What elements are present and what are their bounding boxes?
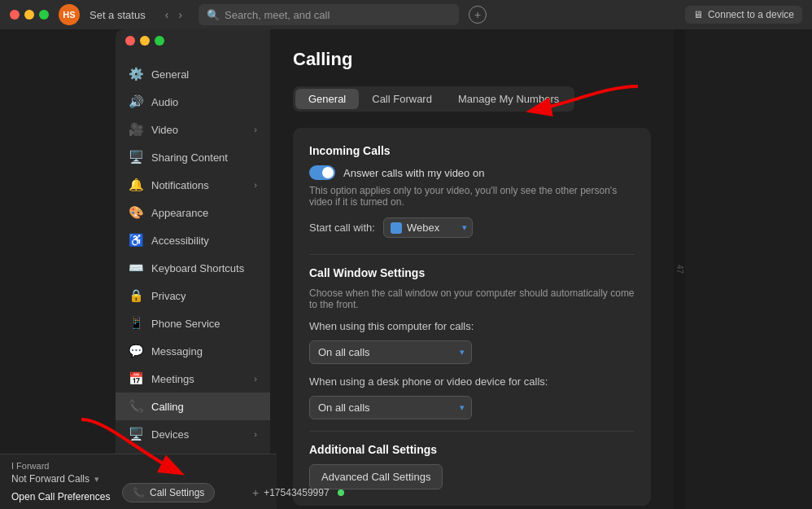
settings-nav-label: Video <box>151 124 178 136</box>
call-settings-button[interactable]: 📞 Call Settings <box>122 483 215 502</box>
messaging-settings-icon: 💬 <box>129 344 143 358</box>
maximize-button[interactable] <box>39 10 49 20</box>
start-call-dropdown[interactable]: Webex ▾ <box>383 217 473 238</box>
chevron-right-icon: › <box>254 374 257 384</box>
keyboard-icon: ⌨️ <box>129 261 143 275</box>
settings-nav-label: Accessibility <box>151 235 209 247</box>
phone-number-row: + +17543459997 <box>252 486 344 499</box>
incoming-calls-title: Incoming Calls <box>309 144 635 157</box>
settings-box: Incoming Calls Answer calls with my vide… <box>293 128 651 506</box>
audio-icon: 🔊 <box>129 94 143 109</box>
modal-close[interactable] <box>125 36 135 46</box>
settings-nav-general[interactable]: ⚙️ General <box>116 60 270 88</box>
start-call-label: Start call with: <box>309 222 375 234</box>
monitor-icon: 🖥 <box>693 9 703 20</box>
search-icon: 🔍 <box>207 9 220 21</box>
call-window-description: Choose when the call window on your comp… <box>309 287 635 310</box>
video-icon: 🎥 <box>129 122 143 137</box>
calling-settings-content: Calling General Call Forward Manage My N… <box>270 29 674 509</box>
settings-nav-sharing[interactable]: 🖥️ Sharing Content <box>116 143 270 171</box>
settings-nav-label: Meetings <box>151 373 194 385</box>
meetings-settings-icon: 📅 <box>129 371 143 386</box>
using-desk-phone-value: On all calls <box>318 401 370 414</box>
settings-nav-label: Keyboard Shortcuts <box>151 262 244 274</box>
general-settings-icon: ⚙️ <box>129 67 143 81</box>
using-desk-phone-label: When using a desk phone or video device … <box>309 375 635 388</box>
divider <box>309 431 635 432</box>
connect-device-button[interactable]: 🖥 Connect to a device <box>685 6 802 24</box>
modal-maximize[interactable] <box>155 36 164 46</box>
pref-label: Open Call Preferences <box>11 491 110 502</box>
modal-chrome <box>125 36 164 46</box>
settings-nav-meetings[interactable]: 📅 Meetings › <box>116 365 270 393</box>
using-computer-value: On all calls <box>318 346 370 358</box>
settings-nav-label: Privacy <box>151 290 186 302</box>
settings-nav-label: Sharing Content <box>151 151 228 164</box>
chevron-right-icon: › <box>254 125 257 134</box>
divider <box>309 254 635 255</box>
main-layout: 💬 Messaging 👥 Teams 📋 Contacts 📞 Calling… <box>0 29 812 509</box>
using-computer-dropdown[interactable]: On all calls ▾ <box>309 340 472 364</box>
minimize-button[interactable] <box>24 10 34 20</box>
start-call-value: Webex <box>407 222 439 234</box>
forward-button[interactable]: › <box>175 7 186 23</box>
settings-nav-audio[interactable]: 🔊 Audio <box>116 88 270 116</box>
using-desk-phone-dropdown[interactable]: On all calls ▾ <box>309 396 472 419</box>
calling-settings-icon: 📞 <box>129 399 143 414</box>
titlebar: HS Set a status ‹ › 🔍 Search, meet, and … <box>0 0 812 29</box>
chevron-down-icon: ▾ <box>460 402 465 413</box>
tab-manage-numbers[interactable]: Manage My Numbers <box>445 89 572 109</box>
phone-number: +17543459997 <box>264 487 329 498</box>
settings-nav-devices[interactable]: 🖥️ Devices › <box>116 420 270 448</box>
settings-nav-accessibility[interactable]: ♿ Accessibility <box>116 226 270 254</box>
chevron-right-icon: › <box>254 429 257 439</box>
appearance-icon: 🎨 <box>129 205 143 220</box>
tab-call-forward[interactable]: Call Forward <box>359 89 445 109</box>
settings-nav-label: General <box>151 68 189 81</box>
settings-nav-video[interactable]: 🎥 Video › <box>116 116 270 143</box>
close-button[interactable] <box>10 10 20 20</box>
page-title: Calling <box>293 49 651 70</box>
add-phone-icon[interactable]: + <box>252 486 259 499</box>
add-button[interactable]: + <box>469 6 487 24</box>
settings-nav-messaging[interactable]: 💬 Messaging <box>116 337 270 365</box>
settings-nav-label: Audio <box>151 96 178 108</box>
settings-nav-label: Phone Service <box>151 318 220 330</box>
settings-nav: ⚙️ General 🔊 Audio 🎥 Video › 🖥️ Sharing … <box>116 54 270 509</box>
traffic-lights <box>10 10 49 20</box>
settings-nav-calling[interactable]: 📞 Calling <box>116 393 270 420</box>
privacy-icon: 🔒 <box>129 288 143 303</box>
chevron-down-icon: ▾ <box>460 347 465 358</box>
forward-label: I Forward <box>11 461 265 471</box>
search-bar[interactable]: 🔍 Search, meet, and call <box>199 4 459 25</box>
modal-minimize[interactable] <box>140 36 150 46</box>
settings-nav-appearance[interactable]: 🎨 Appearance <box>116 199 270 226</box>
right-strip: 47 <box>674 29 685 509</box>
answer-video-label: Answer calls with my video on <box>343 167 484 179</box>
status-text[interactable]: Set a status <box>89 9 146 21</box>
call-settings-icon: 📞 <box>133 487 145 498</box>
answer-video-toggle-row: Answer calls with my video on <box>309 165 635 180</box>
call-window-title: Call Window Settings <box>309 266 635 279</box>
settings-nav-label: Messaging <box>151 345 203 358</box>
additional-title: Additional Call Settings <box>309 443 635 456</box>
settings-nav-label: Devices <box>151 428 189 441</box>
sharing-icon: 🖥️ <box>129 150 143 165</box>
forward-chevron: ▾ <box>94 474 99 485</box>
settings-nav-notifications[interactable]: 🔔 Notifications › <box>116 171 270 199</box>
answer-video-toggle[interactable] <box>309 165 335 180</box>
settings-nav-phone[interactable]: 📱 Phone Service <box>116 309 270 337</box>
back-button[interactable]: ‹ <box>162 7 172 23</box>
nav-arrows: ‹ › <box>162 7 186 23</box>
avatar[interactable]: HS <box>59 4 80 25</box>
settings-nav-label: Appearance <box>151 207 208 219</box>
tab-general[interactable]: General <box>295 89 359 109</box>
search-placeholder: Search, meet, and call <box>225 9 330 21</box>
settings-nav-keyboard[interactable]: ⌨️ Keyboard Shortcuts <box>116 254 270 282</box>
devices-icon: 🖥️ <box>129 427 143 441</box>
start-call-row: Start call with: Webex ▾ <box>309 217 635 238</box>
chevron-down-icon: ▾ <box>462 222 467 233</box>
settings-nav-label: Notifications <box>151 179 209 191</box>
online-indicator <box>338 489 344 496</box>
settings-nav-privacy[interactable]: 🔒 Privacy <box>116 282 270 309</box>
